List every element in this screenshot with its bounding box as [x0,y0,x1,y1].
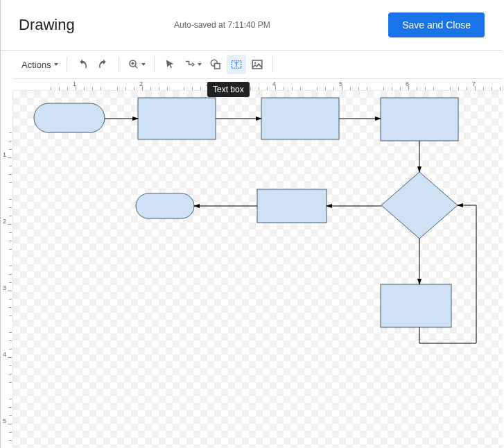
dialog-header: Drawing Auto-saved at 7:11:40 PM Save an… [1,0,503,51]
flowchart-shape-r2[interactable] [261,98,339,139]
undo-icon [76,58,89,71]
shape-tool-button[interactable] [206,55,225,74]
flowchart-shape-diamond[interactable] [381,172,458,239]
separator [272,57,273,72]
ruler-v-label: 1 [3,151,6,158]
line-icon [184,58,196,71]
zoom-icon [128,58,140,71]
separator [154,57,155,72]
actions-menu-button[interactable]: Actions [19,55,61,74]
tooltip: Text box [207,82,250,97]
shape-icon [209,58,222,71]
svg-rect-5 [214,64,220,69]
svg-rect-8 [252,60,262,69]
redo-icon [97,58,110,71]
svg-text:T: T [234,62,238,68]
dialog-title: Drawing [19,16,75,34]
flowchart-shape-r1[interactable] [138,98,216,139]
ruler-v-label: 4 [3,351,6,358]
zoom-button[interactable] [125,55,148,74]
caret-down-icon [198,63,202,66]
undo-button[interactable] [73,55,92,74]
select-tool-button[interactable] [160,55,180,74]
flowchart-shape-r4[interactable] [257,189,327,223]
vertical-ruler: 12345 [1,91,13,448]
image-tool-button[interactable] [247,55,267,74]
flowchart-svg [13,91,504,448]
ruler-v-label: 2 [3,218,6,225]
cursor-icon [164,58,176,71]
svg-line-1 [134,66,137,69]
separator [119,57,119,72]
separator [67,57,67,72]
drawing-dialog: Drawing Auto-saved at 7:11:40 PM Save an… [0,0,503,448]
textbox-tool-button[interactable]: T [227,55,246,74]
toolbar: Actions T [1,51,503,78]
horizontal-ruler: 1234567 [13,78,503,91]
flowchart-shape-r5[interactable] [381,284,451,327]
flowchart-shape-start[interactable] [34,103,105,132]
ruler-v-label: 3 [3,284,6,291]
drawing-canvas[interactable] [13,91,503,448]
ruler-v-label: 5 [3,417,6,424]
flowchart-shape-r3[interactable] [381,98,458,141]
image-icon [251,58,263,71]
line-tool-button[interactable] [181,55,205,74]
redo-button[interactable] [94,55,113,74]
textbox-icon: T [230,58,243,71]
caret-down-icon [54,63,58,66]
autosave-status: Auto-saved at 7:11:40 PM [174,20,270,30]
actions-label: Actions [21,60,51,70]
canvas-area: 12345 [1,91,503,448]
caret-down-icon [141,63,146,66]
flowchart-shape-end[interactable] [136,193,194,218]
save-close-button[interactable]: Save and Close [388,12,485,37]
svg-point-9 [254,62,256,64]
